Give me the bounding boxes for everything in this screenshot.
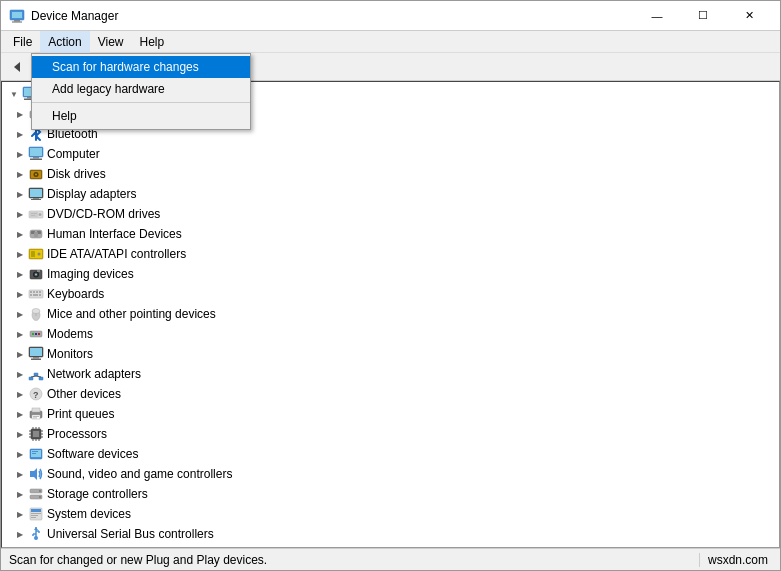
tree-item-storage[interactable]: ▶ Storage controllers bbox=[2, 484, 779, 504]
svg-point-70 bbox=[35, 333, 37, 335]
mice-label: Mice and other pointing devices bbox=[47, 307, 216, 321]
svg-rect-2 bbox=[14, 20, 20, 22]
svg-rect-89 bbox=[33, 431, 39, 437]
svg-marker-4 bbox=[14, 62, 20, 72]
tree-item-disk[interactable]: ▶ Disk drives bbox=[2, 164, 779, 184]
svg-point-51 bbox=[38, 253, 41, 256]
storage-icon bbox=[28, 486, 44, 502]
svg-line-80 bbox=[36, 376, 41, 377]
tree-item-modems[interactable]: ▶ Modems bbox=[2, 324, 779, 344]
tree-item-imaging[interactable]: ▶ Imaging devices bbox=[2, 264, 779, 284]
menu-help[interactable]: Help bbox=[132, 31, 173, 53]
add-legacy-item[interactable]: Add legacy hardware bbox=[32, 78, 250, 100]
system-expand: ▶ bbox=[12, 504, 28, 524]
tree-item-hid[interactable]: ▶ Human Interface Devices bbox=[2, 224, 779, 244]
other-icon: ? bbox=[28, 386, 44, 402]
tree-item-sound[interactable]: ▶ Sound, video and game controllers bbox=[2, 464, 779, 484]
svg-rect-86 bbox=[33, 416, 39, 417]
tree-item-ide[interactable]: ▶ IDE ATA/ATAPI controllers bbox=[2, 244, 779, 264]
svg-rect-85 bbox=[32, 415, 40, 419]
keyboards-label: Keyboards bbox=[47, 287, 104, 301]
tree-item-network[interactable]: ▶ Network adapters bbox=[2, 364, 779, 384]
back-button[interactable] bbox=[5, 56, 29, 78]
svg-point-55 bbox=[35, 274, 37, 276]
imaging-expand: ▶ bbox=[12, 264, 28, 284]
network-icon bbox=[28, 366, 44, 382]
title-bar-controls: — ☐ ✕ bbox=[634, 1, 772, 31]
batteries-expand: ▶ bbox=[12, 104, 28, 124]
display-icon bbox=[28, 186, 44, 202]
network-expand: ▶ bbox=[12, 364, 28, 384]
modems-expand: ▶ bbox=[12, 324, 28, 344]
tree-item-mice[interactable]: ▶ Mice and other pointing devices bbox=[2, 304, 779, 324]
tree-item-computer[interactable]: ▶ Computer bbox=[2, 144, 779, 164]
svg-rect-64 bbox=[39, 294, 41, 296]
imaging-icon bbox=[28, 266, 44, 282]
tree-item-keyboards[interactable]: ▶ Keyboards bbox=[2, 284, 779, 304]
svg-rect-37 bbox=[33, 198, 39, 199]
tree-item-usb[interactable]: ▶ Universal Serial Bus controllers bbox=[2, 524, 779, 544]
tree-item-software[interactable]: ▶ Software devices bbox=[2, 444, 779, 464]
svg-rect-73 bbox=[30, 348, 42, 356]
svg-marker-106 bbox=[30, 468, 37, 480]
processors-expand: ▶ bbox=[12, 424, 28, 444]
hid-label: Human Interface Devices bbox=[47, 227, 182, 241]
print-icon bbox=[28, 406, 44, 422]
keyboards-icon bbox=[28, 286, 44, 302]
tree-item-processors[interactable]: ▶ Processors bbox=[2, 424, 779, 444]
tree-item-dvd[interactable]: ▶ DVD/CD-ROM drives bbox=[2, 204, 779, 224]
dvd-label: DVD/CD-ROM drives bbox=[47, 207, 160, 221]
svg-point-69 bbox=[32, 333, 34, 335]
ide-expand: ▶ bbox=[12, 244, 28, 264]
svg-rect-40 bbox=[30, 212, 38, 217]
svg-rect-63 bbox=[33, 294, 38, 296]
tree-item-display[interactable]: ▶ Display adapters bbox=[2, 184, 779, 204]
tree-item-print[interactable]: ▶ Print queues bbox=[2, 404, 779, 424]
svg-point-109 bbox=[39, 490, 41, 492]
window-title: Device Manager bbox=[31, 9, 118, 23]
minimize-button[interactable]: — bbox=[634, 1, 680, 31]
svg-rect-50 bbox=[31, 251, 35, 257]
help-item[interactable]: Help bbox=[32, 105, 250, 127]
usb-icon bbox=[28, 526, 44, 542]
disk-label: Disk drives bbox=[47, 167, 106, 181]
svg-rect-62 bbox=[30, 294, 32, 296]
tree-item-system[interactable]: ▶ System devices bbox=[2, 504, 779, 524]
monitors-icon bbox=[28, 346, 44, 362]
software-expand: ▶ bbox=[12, 444, 28, 464]
menu-file[interactable]: File bbox=[5, 31, 40, 53]
svg-rect-61 bbox=[39, 291, 41, 293]
modems-label: Modems bbox=[47, 327, 93, 341]
svg-rect-29 bbox=[33, 157, 39, 159]
svg-rect-60 bbox=[36, 291, 38, 293]
device-tree[interactable]: ▼ DESKTOP-ABC123 ▶ Batteries bbox=[1, 81, 780, 548]
tree-item-monitors[interactable]: ▶ Monitors bbox=[2, 344, 779, 364]
sound-expand: ▶ bbox=[12, 464, 28, 484]
monitors-expand: ▶ bbox=[12, 344, 28, 364]
svg-rect-30 bbox=[30, 159, 42, 161]
mice-icon bbox=[28, 306, 44, 322]
scan-hardware-item[interactable]: Scan for hardware changes bbox=[32, 56, 250, 78]
svg-point-71 bbox=[38, 333, 40, 335]
software-label: Software devices bbox=[47, 447, 138, 461]
hid-icon bbox=[28, 226, 44, 242]
svg-rect-84 bbox=[32, 408, 40, 412]
ide-icon bbox=[28, 246, 44, 262]
usb-label: Universal Serial Bus controllers bbox=[47, 527, 214, 541]
maximize-button[interactable]: ☐ bbox=[680, 1, 726, 31]
menu-view[interactable]: View bbox=[90, 31, 132, 53]
svg-rect-47 bbox=[34, 232, 38, 237]
back-icon bbox=[10, 60, 24, 74]
svg-rect-74 bbox=[33, 357, 39, 359]
tree-item-other[interactable]: ▶ ? Other devices bbox=[2, 384, 779, 404]
modems-icon bbox=[28, 326, 44, 342]
status-message: Scan for changed or new Plug and Play de… bbox=[5, 553, 700, 567]
menu-action[interactable]: Action bbox=[40, 31, 89, 53]
close-button[interactable]: ✕ bbox=[726, 1, 772, 31]
svg-rect-112 bbox=[31, 509, 41, 512]
svg-rect-75 bbox=[31, 359, 41, 361]
device-manager-window: Device Manager — ☐ ✕ File Action View He… bbox=[0, 0, 781, 571]
print-label: Print queues bbox=[47, 407, 114, 421]
system-label: System devices bbox=[47, 507, 131, 521]
svg-rect-78 bbox=[39, 377, 43, 380]
